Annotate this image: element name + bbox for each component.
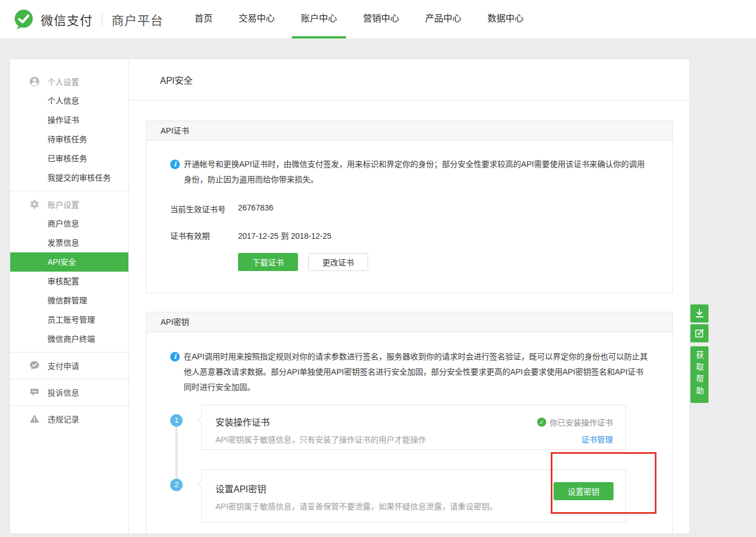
brand-product: 商户平台 [111, 10, 163, 28]
step-1-status-area: ✓ 你已安装操作证书 证书管理 [537, 416, 613, 445]
api-key-info-row: i 在API调用时用来按照指定规则对你的请求参数进行签名，服务器收到你的请求时会… [170, 349, 650, 395]
nav-item-data[interactable]: 数据中心 [487, 0, 524, 38]
sidebar-section-account: 账户设置 商户信息 发票信息 API安全 审核配置 微信群管理 员工账号管理 微… [10, 191, 128, 352]
sidebar-item-personal-info[interactable]: 个人信息 [10, 91, 128, 110]
content-shell: 个人设置 个人信息 操作证书 待审核任务 已审核任务 我提交的审核任务 账户设置… [10, 59, 689, 534]
api-certificate-panel-title: API证书 [146, 121, 672, 141]
step-1-badge: 1 [170, 414, 183, 427]
sidebar-item-my-submitted-tasks[interactable]: 我提交的审核任务 [10, 168, 128, 187]
api-key-info-text: 在API调用时用来按照指定规则对你的请求参数进行签名，服务器收到你的请求时会进行… [184, 349, 650, 395]
feedback-shortcut-button[interactable] [690, 324, 709, 342]
certificate-info-text: 开通帐号和更换API证书时，由微信支付签发，用来标识和界定你的身份；部分安全性要… [184, 157, 650, 187]
wechat-pay-logo-icon [12, 8, 35, 31]
status-row: ✓ 你已安装操作证书 [537, 416, 613, 428]
edit-icon [694, 328, 705, 339]
current-certificate-field: 当前生效证书号 26767836 [170, 203, 650, 214]
nav-item-account[interactable]: 账户中心 [301, 0, 337, 38]
certificate-info-row: i 开通帐号和更换API证书时，由微信支付签发，用来标识和界定你的身份；部分安全… [170, 157, 650, 187]
certificate-validity: 2017-12-25 到 2018-12-25 [238, 230, 331, 241]
nav-item-product[interactable]: 产品中心 [425, 0, 461, 38]
sidebar-item-staff-account[interactable]: 员工账号管理 [10, 310, 128, 329]
sidebar-header-complaints[interactable]: 投诉信息 [10, 383, 128, 402]
field-label: 证书有效期 [170, 230, 238, 241]
info-icon: i [170, 352, 180, 362]
sidebar-section-personal: 个人设置 个人信息 操作证书 待审核任务 已审核任务 我提交的审核任务 [10, 59, 128, 191]
certificate-installed-status: 你已安装操作证书 [550, 416, 613, 428]
sidebar-header-label: 支付申请 [47, 360, 79, 371]
step-2-description: API密钥属于敏感信息，请妥善保管不要泄露，如果怀疑信息泄露，请重设密钥。 [215, 500, 613, 512]
api-key-steps: 1 2 安装操作证书 API密钥属于敏感信息，只有安装了操作证书的用户才能操作 … [170, 405, 650, 522]
sidebar-header-account: 账户设置 [10, 195, 128, 214]
sidebar-item-api-security[interactable]: API安全 [10, 252, 128, 272]
brand-name: 微信支付 [41, 10, 93, 28]
step-connector-line [175, 420, 178, 483]
sidebar-item-invoice-info[interactable]: 发票信息 [10, 233, 128, 252]
main-content: API安全 API证书 i 开通帐号和更换API证书时，由微信支付签发，用来标识… [129, 59, 689, 534]
warning-triangle-icon [29, 414, 40, 424]
api-key-panel-title: API密钥 [146, 312, 672, 332]
sidebar-item-pending-tasks[interactable]: 待审核任务 [10, 130, 128, 149]
complaint-bubble-icon [29, 387, 40, 397]
sidebar-header-label: 投诉信息 [47, 386, 79, 398]
api-key-panel: API密钥 i 在API调用时用来按照指定规则对你的请求参数进行签名，服务器收到… [146, 312, 673, 534]
download-certificate-button[interactable]: 下载证书 [238, 253, 298, 271]
nav-item-marketing[interactable]: 营销中心 [363, 0, 399, 38]
certificate-number: 26767836 [238, 203, 273, 214]
sidebar-item-review-config[interactable]: 审核配置 [10, 272, 128, 291]
sidebar-header-label: 账户设置 [47, 199, 79, 210]
step-2-badge: 2 [170, 479, 183, 491]
sidebar-section-complaints: 投诉信息 [10, 379, 128, 405]
user-icon [29, 76, 40, 87]
pay-bubble-icon [29, 360, 40, 371]
api-key-panel-body: i 在API调用时用来按照指定规则对你的请求参数进行签名，服务器收到你的请求时会… [146, 332, 672, 534]
set-api-key-button[interactable]: 设置密钥 [554, 482, 614, 500]
sidebar-item-reviewed-tasks[interactable]: 已审核任务 [10, 149, 128, 168]
certificate-validity-field: 证书有效期 2017-12-25 到 2018-12-25 [170, 230, 650, 241]
sidebar-header-label: 个人设置 [47, 76, 79, 87]
step-2-card: 设置API密钥 API密钥属于敏感信息，请妥善保管不要泄露，如果怀疑信息泄露，请… [201, 469, 626, 522]
brand: 微信支付 商户平台 [12, 8, 163, 31]
sidebar-section-payment-apply: 支付申请 [10, 352, 128, 379]
field-label: 当前生效证书号 [170, 203, 238, 214]
info-icon: i [170, 160, 180, 169]
nav-item-home[interactable]: 首页 [195, 0, 213, 38]
main-nav: 首页 交易中心 账户中心 营销中心 产品中心 数据中心 [195, 0, 524, 38]
sidebar-header-personal: 个人设置 [10, 72, 128, 91]
sidebar: 个人设置 个人信息 操作证书 待审核任务 已审核任务 我提交的审核任务 账户设置… [10, 59, 129, 534]
sidebar-section-violations: 违规记录 [10, 405, 128, 432]
api-certificate-panel-body: i 开通帐号和更换API证书时，由微信支付签发，用来标识和界定你的身份；部分安全… [146, 141, 672, 293]
sidebar-item-merchant-info[interactable]: 商户信息 [10, 214, 128, 233]
download-shortcut-button[interactable] [690, 304, 709, 323]
certificate-buttons: 下载证书 更改证书 [238, 253, 650, 271]
top-header: 微信支付 商户平台 首页 交易中心 账户中心 营销中心 产品中心 数据中心 [0, 0, 756, 38]
sidebar-item-wechat-group[interactable]: 微信群管理 [10, 291, 128, 310]
sidebar-item-merchant-terminal[interactable]: 微信商户终端 [10, 329, 128, 349]
api-certificate-panel: API证书 i 开通帐号和更换API证书时，由微信支付签发，用来标识和界定你的身… [146, 121, 673, 293]
download-icon [694, 308, 705, 319]
sidebar-item-operation-cert[interactable]: 操作证书 [10, 110, 128, 130]
sidebar-header-violations[interactable]: 违规记录 [10, 409, 128, 428]
change-certificate-button[interactable]: 更改证书 [308, 253, 368, 271]
gear-icon [29, 199, 40, 209]
get-help-button[interactable]: 获取帮助 [690, 346, 709, 403]
page-title: API安全 [160, 73, 193, 87]
check-circle-icon: ✓ [537, 418, 546, 427]
certificate-manage-link[interactable]: 证书管理 [581, 433, 613, 445]
sidebar-header-payment-apply[interactable]: 支付申请 [10, 356, 128, 375]
floating-toolbar: 获取帮助 [690, 304, 709, 403]
step-1-card: 安装操作证书 API密钥属于敏感信息，只有安装了操作证书的用户才能操作 ✓ 你已… [201, 405, 626, 450]
sidebar-header-label: 违规记录 [47, 413, 79, 424]
brand-divider [102, 12, 102, 26]
nav-item-transaction[interactable]: 交易中心 [239, 0, 275, 38]
page-title-row: API安全 [129, 59, 689, 101]
